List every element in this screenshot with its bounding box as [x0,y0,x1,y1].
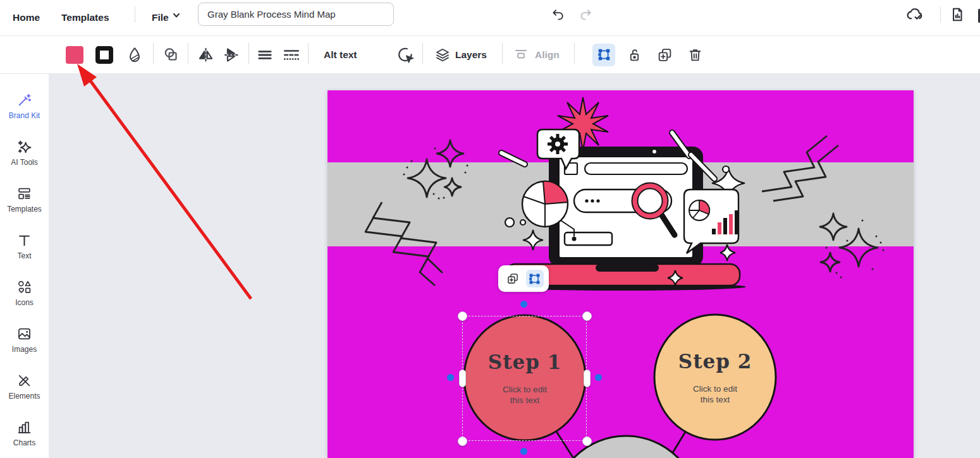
toolbar-divider [153,43,154,64]
cloud-saved-icon[interactable] [906,6,924,23]
mini-group-button[interactable] [526,270,544,287]
step2-label[interactable]: Step 2 [678,350,752,373]
alt-text-label: Alt text [324,49,357,61]
nav-templates[interactable]: Templates [61,12,109,23]
sidebar-item-label: Icons [15,298,34,307]
interaction-icon[interactable] [396,45,415,64]
toolbar-divider [188,43,188,64]
selection-handle-w[interactable] [459,370,466,387]
sidebar-item-templates[interactable]: Templates [0,176,49,223]
sidebar-item-label: Templates [7,205,42,214]
group-button-active[interactable] [592,44,615,66]
mini-duplicate-button[interactable] [504,270,522,287]
selection-handle-ne[interactable] [582,311,592,321]
toolbar-divider [574,43,575,64]
toolbar-divider [422,43,423,64]
left-rail: Brand Kit AI Tools Templates Text Icons [0,74,49,458]
text-icon [16,232,32,248]
pie-chart-illustration[interactable] [522,181,568,227]
sidebar-item-icons[interactable]: Icons [0,270,49,316]
undo-icon[interactable] [549,6,567,23]
report-download-icon[interactable] [948,6,966,23]
sidebar-item-label: Elements [8,392,40,401]
nav-divider [135,6,135,23]
sidebar-item-charts[interactable]: Charts [0,410,49,457]
nav-divider [940,6,941,23]
sidebar-item-label: Brand Kit [9,111,40,120]
trash-icon[interactable] [687,47,703,63]
icons-shapes-icon [16,279,32,295]
flip-horizontal-icon[interactable] [197,46,214,63]
file-menu[interactable]: File [152,12,169,23]
flip-vertical-icon[interactable] [223,46,240,63]
toolbar-divider [248,43,249,64]
sidebar-item-images[interactable]: Images [0,316,49,363]
step2-body-line2[interactable]: this text [701,395,730,404]
charts-icon [16,419,32,435]
node-step2[interactable]: Step 2 Click to edit this text [654,315,776,440]
opacity-icon[interactable] [126,46,143,64]
selection-handle-e[interactable] [584,370,591,387]
sidebar-item-elements[interactable]: Elements [0,363,49,410]
shape-mask-icon[interactable] [162,45,181,64]
selection-handle-sw[interactable] [458,437,467,446]
selection-handle-nw[interactable] [458,311,467,321]
chevron-down-icon[interactable] [171,9,182,21]
fill-color-swatch[interactable] [66,46,83,64]
border-color-swatch-chip[interactable] [95,46,113,64]
node-step1[interactable]: Step 1 Click to edit this text [464,315,585,440]
top-navbar: Home Templates File [0,0,980,36]
sidebar-item-label: Text [17,251,31,260]
alt-text-button[interactable]: Alt text [324,49,357,61]
stats-doc-bubble[interactable] [684,190,738,253]
gear-icon [548,134,568,154]
sidebar-item-brand-kit[interactable]: Brand Kit [0,83,49,130]
screen-topbar [585,163,687,174]
sidebar-item-label: AI Tools [11,158,37,167]
align-label: Align [535,49,560,61]
border-color-swatch[interactable] [95,46,113,64]
duplicate-icon[interactable] [657,47,673,63]
floating-mini-toolbar [498,265,549,292]
layers-label: Layers [455,49,487,61]
sidebar-item-text[interactable]: Text [0,223,49,270]
canvas-artwork: Step 1 Click to edit this text Step 2 Cl… [328,90,914,458]
brand-kit-wand-icon [16,92,32,108]
images-icon [16,326,32,342]
redo-icon[interactable] [577,6,594,23]
selection-handle-se[interactable] [582,437,592,446]
context-toolbar: Alt text Layers Align [0,36,980,74]
sidebar-item-label: Images [12,345,37,354]
fill-color-swatch-chip[interactable] [66,46,83,64]
step1-body-line1[interactable]: Click to edit [503,385,547,394]
align-button[interactable]: Align [513,47,560,63]
toolbar-divider [502,43,503,64]
screen-bottombar [565,232,612,245]
line-weight-icon[interactable] [257,47,273,63]
border-style-icon[interactable] [282,47,301,63]
workspace[interactable]: Step 1 Click to edit this text Step 2 Cl… [49,74,980,458]
document-title-input[interactable] [198,3,394,26]
add-node-dot-top[interactable] [520,301,527,308]
add-node-dot-right[interactable] [595,374,602,381]
design-canvas[interactable]: Step 1 Click to edit this text Step 2 Cl… [328,90,914,458]
step1-label[interactable]: Step 1 [488,351,561,373]
layers-button[interactable]: Layers [435,47,487,63]
step2-body-line1[interactable]: Click to edit [693,384,737,394]
sidebar-item-ai-tools[interactable]: AI Tools [0,130,49,176]
templates-icon [16,186,32,202]
elements-icon [16,373,32,389]
step1-body-line2[interactable]: this text [510,395,540,405]
add-node-dot-left[interactable] [447,374,454,381]
add-node-dot-bottom[interactable] [520,448,527,455]
toolbar-divider [308,43,309,64]
ai-sparkles-icon [16,139,32,155]
nav-home[interactable]: Home [13,12,40,23]
sidebar-item-label: Charts [13,438,35,447]
unlock-icon[interactable] [627,47,642,63]
